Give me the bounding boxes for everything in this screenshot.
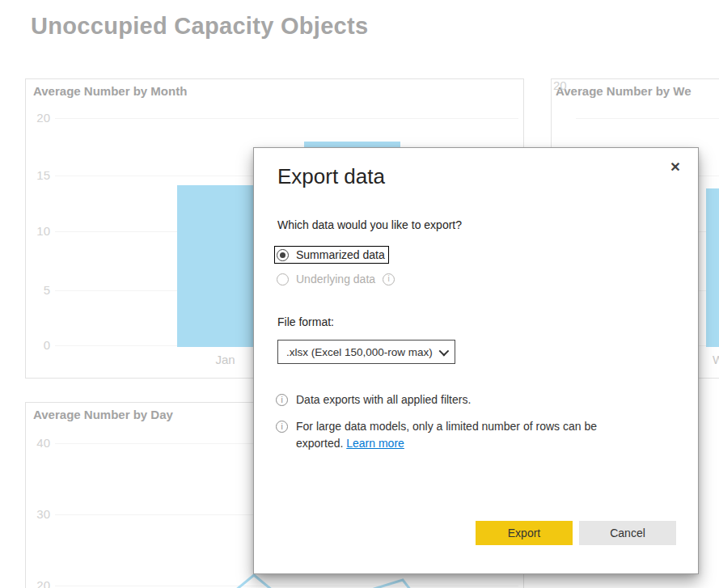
file-format-select[interactable]: .xlsx (Excel 150,000-row max) — [277, 340, 455, 364]
y-axis-tick: 5 — [29, 284, 50, 297]
chevron-down-icon — [439, 345, 450, 356]
radio-selected-icon — [277, 249, 289, 261]
close-icon: ✕ — [670, 160, 680, 174]
info-icon-glyph: i — [387, 275, 389, 283]
info-icon: i — [383, 273, 395, 286]
bar-week[interactable] — [706, 188, 719, 347]
close-button[interactable]: ✕ — [667, 159, 683, 176]
cancel-button[interactable]: Cancel — [579, 521, 676, 545]
learn-more-link[interactable]: Learn more — [346, 437, 404, 450]
y-axis-tick: 20 — [553, 79, 571, 92]
export-question-label: Which data would you like to export? — [277, 218, 462, 231]
info-icon: i — [276, 394, 288, 406]
gridline — [576, 118, 719, 119]
file-format-selected-value: .xlsx (Excel 150,000-row max) — [286, 346, 433, 358]
x-axis-label-week: W — [702, 353, 719, 366]
gridline — [55, 118, 518, 119]
radio-underlying-label: Underlying data — [296, 273, 375, 286]
y-axis-tick: 20 — [29, 112, 50, 125]
y-axis-tick: 0 — [29, 339, 50, 352]
dialog-title: Export data — [277, 164, 385, 189]
info-icon-glyph: i — [281, 423, 282, 431]
note-row-limit: i For large data models, only a limited … — [276, 418, 664, 452]
radio-summarized-data[interactable]: Summarized data — [275, 247, 388, 263]
radio-underlying-data[interactable]: Underlying data i — [275, 271, 398, 287]
radio-unselected-icon — [277, 273, 289, 286]
note-filters: i Data exports with all applied filters. — [276, 391, 664, 408]
chart-title-week: Average Number by We — [556, 84, 692, 98]
export-button[interactable]: Export — [476, 521, 573, 545]
info-icon: i — [276, 421, 288, 433]
chart-title-month: Average Number by Month — [33, 84, 187, 98]
note-row-limit-line2: exported. — [296, 437, 346, 450]
note-row-limit-text: For large data models, only a limited nu… — [296, 418, 597, 452]
note-row-limit-line1: For large data models, only a limited nu… — [296, 420, 597, 433]
export-data-dialog: ✕ Export data Which data would you like … — [253, 147, 699, 574]
info-icon-glyph: i — [281, 396, 282, 404]
y-axis-tick: 10 — [29, 225, 50, 238]
page-title: Unoccupied Capacity Objects — [31, 13, 368, 40]
note-filters-text: Data exports with all applied filters. — [296, 391, 471, 408]
y-axis-tick: 15 — [29, 169, 50, 182]
radio-summarized-label: Summarized data — [296, 248, 385, 261]
file-format-label: File format: — [277, 315, 334, 328]
